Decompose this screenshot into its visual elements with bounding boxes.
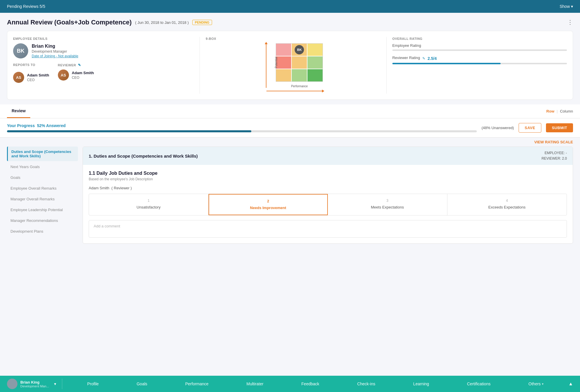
overall-rating-label: OVERALL RATING [392,37,567,40]
rating-scale-link[interactable]: VIEW RATING SCALE [0,138,580,147]
cell-r2c2 [292,56,307,69]
y-axis-arrow [266,43,266,88]
review-section-title: 1. Duties and Scope (Competencies and Wo… [89,154,198,158]
join-date[interactable]: Date of Joining - Not available [32,54,78,58]
cell-r1c1 [276,44,291,56]
reviewer-rating-edit-icon[interactable]: ✎ [422,56,425,60]
reports-to-info: AS Adam Smith CEO [13,72,49,83]
nine-box-grid: BK [276,43,323,82]
row-column-toggle: Row | Column [546,109,573,113]
sidebar-item-next-years-goals[interactable]: Next Years Goals [7,162,78,172]
reviewer-edit-icon[interactable]: ✎ [78,63,81,67]
reviewer-rating-fill [392,63,501,64]
rating-text-2: Needs Improvement [213,206,324,210]
employee-rating-item: Employee Rating [392,43,567,51]
rating-option-1[interactable]: 1 Unsatisfactory [89,194,209,215]
progress-title: Your Progress 52% Answered [7,123,477,128]
rating-number-2: 2 [213,199,324,203]
rating-number-1: 1 [92,199,205,203]
rating-option-3[interactable]: 3 Meets Expectations [328,194,447,215]
reviewer-label-row: Adam Smith ( Reviewer ) [89,186,567,190]
pending-reviews-label: Pending Reviews 5/5 [7,4,45,9]
sidebar-item-manager-recommendations[interactable]: Manager Recommendations [7,215,78,226]
progress-section: Your Progress 52% Answered (48% Unanswer… [0,118,580,138]
sidebar-item-manager-overall-remarks[interactable]: Manager Overall Remarks [7,194,78,204]
x-axis-arrow [266,91,323,91]
reviewer-rating-item: Reviewer Rating ✎ 2.5/4 [392,56,567,64]
sidebar-item-goals[interactable]: Goals [7,172,78,183]
reviewer-section: REVIEWER ✎ AS Adam Smith CEO [58,63,94,83]
cell-r3c3 [307,69,323,81]
rating-option-2[interactable]: 2 Needs Improvement [209,194,328,215]
employee-score: EMPLOYEE: - [542,150,567,156]
sidebar-item-employee-leadership[interactable]: Employee Leadership Potential [7,205,78,215]
rating-text-3: Meets Expectations [331,205,444,209]
rating-text-4: Exceeds Expectations [451,205,563,209]
nine-box-section: 9-BOX Potential BK [200,37,380,94]
employee-role: Development Manager [32,49,78,54]
employee-card: EMPLOYEE DETAILS BK Brian King Developme… [7,31,573,100]
sidebar-item-duties[interactable]: Duties and Scope (Competencies and Work … [7,147,78,161]
nine-box-axes-wrapper: Potential BK Perf [263,43,323,94]
reviewer-label: REVIEWER ✎ [58,63,94,67]
x-axis-label: Performance [276,85,323,88]
reports-to-section: REPORTS TO AS Adam Smith CEO [13,63,49,83]
reports-reviewer: REPORTS TO AS Adam Smith CEO REVIEWER ✎ [13,63,194,83]
cell-r3c2 [292,69,307,81]
employee-rating-label: Employee Rating [392,43,567,48]
nine-box-label: 9-BOX [206,37,216,40]
show-chevron-icon [571,4,573,9]
reviewer-rating-bar [392,63,567,64]
reviewer-rating-value: 2.5/4 [428,56,437,61]
tab-review[interactable]: Review [7,104,30,118]
save-button[interactable]: SAVE [519,123,541,133]
sidebar-item-employee-overall-remarks[interactable]: Employee Overall Remarks [7,183,78,193]
top-bar: Pending Reviews 5/5 Show [0,0,580,13]
progress-bar-fill [7,130,251,132]
reviewer-role: CEO [72,76,94,80]
employee-details-section: EMPLOYEE DETAILS BK Brian King Developme… [13,37,194,94]
bk-bubble: BK [295,45,304,54]
employee-details-label: EMPLOYEE DETAILS [13,37,194,40]
main-content: Annual Review (Goals+Job Competence) ( J… [0,13,580,100]
reviewer-text: Adam Smith CEO [72,71,94,80]
subsection-desc: Based on the employee's Job Description [89,177,567,181]
employee-avatar: BK [13,43,28,58]
sidebar-item-development-plans[interactable]: Development Plans [7,226,78,236]
overall-rating-section: OVERALL RATING Employee Rating Reviewer … [386,37,567,94]
show-button[interactable]: Show [560,4,573,9]
reports-to-text: Adam Smith CEO [27,73,49,82]
page-title: Annual Review (Goals+Job Competence) [7,19,131,26]
review-section-header: 1. Duties and Scope (Competencies and Wo… [83,147,573,165]
reports-to-label: REPORTS TO [13,63,49,67]
date-range: ( Jun 30, 2018 to Jan 01, 2018 ) [135,20,188,25]
review-content: 1. Duties and Scope (Competencies and Wo… [83,147,573,244]
reviewer-name: Adam Smith [72,71,94,75]
reviewer-score: REVIEWER: 2.0 [542,156,567,161]
reports-to-avatar: AS [13,72,24,83]
comment-box[interactable]: Add a comment [89,220,567,238]
subsection-title: 1.1 Daily Job Duties and Scope [89,171,567,176]
rating-options: 1 Unsatisfactory 2 Needs Improvement 3 M… [89,194,567,215]
employee-name: Brian King [32,44,78,49]
page-header: Annual Review (Goals+Job Competence) ( J… [7,19,573,26]
employee-rating-bar [392,49,567,51]
cell-r2c1 [276,56,291,69]
row-toggle[interactable]: Row [546,109,554,113]
employee-text-info: Brian King Development Manager Date of J… [32,44,78,58]
progress-left: Your Progress 52% Answered [7,123,477,132]
cell-r3c1 [276,69,291,81]
employee-reviewer-scores: EMPLOYEE: - REVIEWER: 2.0 [542,150,567,161]
progress-bar-track [7,130,477,132]
submit-button[interactable]: SUBMIT [546,123,573,132]
review-subsection: 1.1 Daily Job Duties and Scope Based on … [83,165,573,243]
cell-r2c3 [307,56,323,69]
more-options-icon[interactable]: ⋮ [567,19,573,26]
rating-option-4[interactable]: 4 Exceeds Expectations [447,194,567,215]
y-axis-label: Potential [275,57,278,68]
reviewer-info: AS Adam Smith CEO [58,70,94,81]
column-toggle[interactable]: Column [560,109,573,113]
rating-text-1: Unsatisfactory [92,205,205,209]
content-area: Duties and Scope (Competencies and Work … [0,147,580,251]
reports-to-name: Adam Smith [27,73,49,77]
